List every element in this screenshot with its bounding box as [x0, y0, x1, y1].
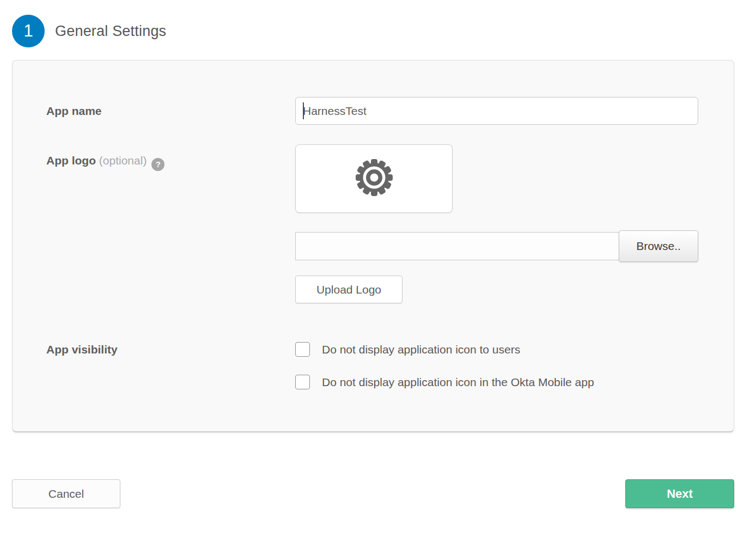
logo-file-row: Browse..	[295, 232, 698, 260]
app-logo-label-col: App logo (optional)?	[46, 144, 295, 171]
optional-hint: (optional)	[99, 154, 147, 167]
logo-preview-box	[295, 144, 453, 213]
general-settings-wizard-step: 1 General Settings App name App logo (op…	[0, 0, 756, 508]
visibility-option-mobile[interactable]: Do not display application icon in the O…	[295, 375, 698, 389]
step-header: 1 General Settings	[12, 14, 734, 48]
app-visibility-label: App visibility	[46, 343, 118, 356]
step-number: 1	[23, 21, 33, 41]
page-title: General Settings	[55, 23, 166, 40]
step-number-badge: 1	[12, 15, 45, 47]
settings-panel: App name App logo (optional)?	[12, 60, 734, 432]
app-visibility-label-col: App visibility	[46, 342, 295, 358]
next-button[interactable]: Next	[625, 479, 734, 508]
text-caret	[303, 102, 304, 119]
app-name-label: App name	[46, 105, 102, 117]
question-mark-icon[interactable]: ?	[151, 158, 164, 171]
app-logo-row: App logo (optional)?	[46, 144, 698, 303]
visibility-option-users[interactable]: Do not display application icon to users	[295, 342, 698, 357]
hide-icon-mobile-checkbox[interactable]	[295, 375, 310, 389]
gear-icon	[353, 157, 395, 200]
checkbox-label: Do not display application icon in the O…	[322, 376, 594, 389]
app-name-input[interactable]	[295, 97, 698, 125]
upload-logo-button[interactable]: Upload Logo	[295, 276, 403, 303]
app-name-row: App name	[46, 97, 698, 126]
browse-button[interactable]: Browse..	[619, 230, 698, 262]
wizard-footer: Cancel Next	[12, 479, 734, 508]
app-logo-label: App logo	[46, 154, 96, 167]
cancel-button[interactable]: Cancel	[12, 479, 120, 508]
checkbox-label: Do not display application icon to users	[322, 343, 520, 356]
hide-icon-users-checkbox[interactable]	[295, 342, 310, 357]
app-visibility-row: App visibility Do not display applicatio…	[46, 342, 698, 389]
app-name-label-col: App name	[46, 97, 295, 126]
